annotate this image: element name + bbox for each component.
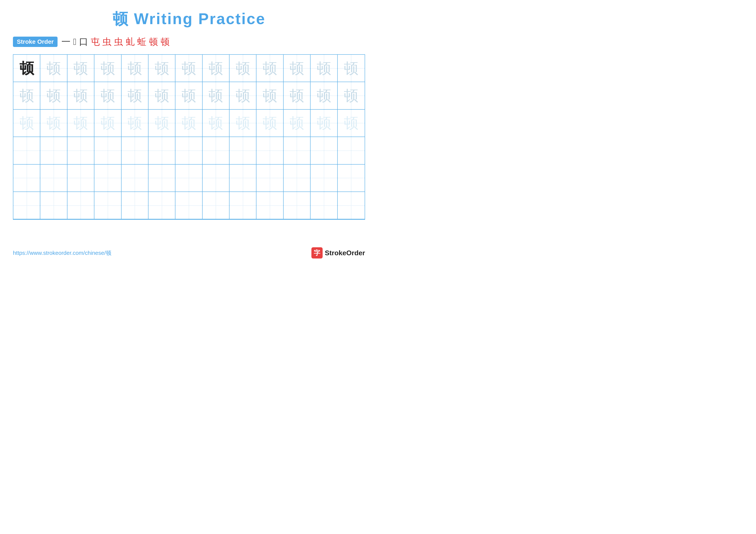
grid-cell-6-3[interactable] xyxy=(68,192,94,219)
stroke-step-6: 虫 xyxy=(114,36,123,48)
grid-cell-1-6: 顿 xyxy=(148,55,176,82)
grid-cell-4-2[interactable] xyxy=(40,137,67,164)
grid-cell-4-12[interactable] xyxy=(310,137,338,164)
grid-cell-3-4: 顿 xyxy=(94,110,121,137)
grid-cell-5-10[interactable] xyxy=(256,165,284,191)
grid-cell-3-13: 顿 xyxy=(338,110,364,137)
char-medium: 顿 xyxy=(46,61,61,76)
char-light: 顿 xyxy=(289,116,304,130)
grid-cell-1-12: 顿 xyxy=(310,55,338,82)
char-light: 顿 xyxy=(262,116,277,130)
grid-cell-2-9: 顿 xyxy=(230,82,256,109)
grid-cell-2-10: 顿 xyxy=(256,82,284,109)
char-medium: 顿 xyxy=(127,88,142,103)
stroke-step-1: 一 xyxy=(62,36,70,48)
grid-cell-3-1: 顿 xyxy=(14,110,40,137)
grid-cell-2-6: 顿 xyxy=(148,82,176,109)
grid-cell-4-1[interactable] xyxy=(14,137,40,164)
char-medium: 顿 xyxy=(235,61,250,76)
char-medium: 顿 xyxy=(289,88,304,103)
grid-cell-6-7[interactable] xyxy=(176,192,202,219)
char-light: 顿 xyxy=(100,116,115,130)
stroke-step-9: 顿 xyxy=(149,36,158,48)
char-medium: 顿 xyxy=(154,61,169,76)
grid-cell-5-5[interactable] xyxy=(122,165,148,191)
grid-cell-1-5: 顿 xyxy=(122,55,148,82)
grid-cell-5-3[interactable] xyxy=(68,165,94,191)
stroke-order-row: Stroke Order 一 𠃍 口 屯 虫 虫 虬 蚯 顿 顿 xyxy=(13,36,365,48)
grid-cell-6-12[interactable] xyxy=(310,192,338,219)
grid-cell-5-13[interactable] xyxy=(338,165,364,191)
grid-cell-6-10[interactable] xyxy=(256,192,284,219)
grid-cell-2-1: 顿 xyxy=(14,82,40,109)
char-light: 顿 xyxy=(235,116,250,130)
footer: https://www.strokeorder.com/chinese/顿 字 … xyxy=(13,247,365,259)
grid-cell-3-2: 顿 xyxy=(40,110,67,137)
practice-grid: 顿 顿 顿 顿 顿 顿 顿 顿 顿 顿 顿 顿 xyxy=(13,54,365,220)
grid-cell-4-7[interactable] xyxy=(176,137,202,164)
grid-cell-3-3: 顿 xyxy=(68,110,94,137)
grid-cell-2-13: 顿 xyxy=(338,82,364,109)
grid-cell-4-4[interactable] xyxy=(94,137,121,164)
grid-cell-1-13: 顿 xyxy=(338,55,364,82)
char-medium: 顿 xyxy=(235,88,250,103)
grid-cell-1-10: 顿 xyxy=(256,55,284,82)
footer-url[interactable]: https://www.strokeorder.com/chinese/顿 xyxy=(13,249,111,257)
char-medium: 顿 xyxy=(316,61,331,76)
grid-cell-1-2: 顿 xyxy=(40,55,67,82)
grid-cell-4-9[interactable] xyxy=(230,137,256,164)
grid-cell-3-6: 顿 xyxy=(148,110,176,137)
char-medium: 顿 xyxy=(100,88,115,103)
grid-cell-6-1[interactable] xyxy=(14,192,40,219)
char-light: 顿 xyxy=(208,116,223,130)
grid-cell-6-5[interactable] xyxy=(122,192,148,219)
char-medium: 顿 xyxy=(100,61,115,76)
stroke-step-7: 虬 xyxy=(126,36,135,48)
logo-text: StrokeOrder xyxy=(325,249,365,257)
grid-cell-5-2[interactable] xyxy=(40,165,67,191)
char-light: 顿 xyxy=(154,116,169,130)
grid-cell-6-11[interactable] xyxy=(284,192,310,219)
grid-cell-4-10[interactable] xyxy=(256,137,284,164)
grid-cell-3-12: 顿 xyxy=(310,110,338,137)
grid-cell-5-4[interactable] xyxy=(94,165,121,191)
grid-cell-5-1[interactable] xyxy=(14,165,40,191)
grid-cell-6-2[interactable] xyxy=(40,192,67,219)
grid-cell-4-13[interactable] xyxy=(338,137,364,164)
char-medium: 顿 xyxy=(262,88,277,103)
grid-cell-2-5: 顿 xyxy=(122,82,148,109)
grid-cell-5-9[interactable] xyxy=(230,165,256,191)
char-medium: 顿 xyxy=(262,61,277,76)
grid-cell-4-3[interactable] xyxy=(68,137,94,164)
grid-cell-6-13[interactable] xyxy=(338,192,364,219)
char-dark: 顿 xyxy=(19,61,34,76)
grid-cell-3-7: 顿 xyxy=(176,110,202,137)
char-light: 顿 xyxy=(344,116,358,130)
grid-cell-6-8[interactable] xyxy=(202,192,230,219)
grid-cell-6-4[interactable] xyxy=(94,192,121,219)
grid-cell-4-11[interactable] xyxy=(284,137,310,164)
char-medium: 顿 xyxy=(73,61,88,76)
grid-cell-5-8[interactable] xyxy=(202,165,230,191)
grid-cell-1-1: 顿 xyxy=(14,55,40,82)
grid-cell-6-9[interactable] xyxy=(230,192,256,219)
grid-cell-3-10: 顿 xyxy=(256,110,284,137)
grid-cell-1-9: 顿 xyxy=(230,55,256,82)
grid-cell-1-4: 顿 xyxy=(94,55,121,82)
grid-cell-3-5: 顿 xyxy=(122,110,148,137)
grid-cell-2-11: 顿 xyxy=(284,82,310,109)
char-medium: 顿 xyxy=(208,61,223,76)
grid-row-6 xyxy=(14,192,364,219)
grid-cell-4-8[interactable] xyxy=(202,137,230,164)
char-medium: 顿 xyxy=(46,88,61,103)
grid-cell-5-7[interactable] xyxy=(176,165,202,191)
grid-cell-5-11[interactable] xyxy=(284,165,310,191)
char-medium: 顿 xyxy=(181,88,196,103)
grid-cell-4-6[interactable] xyxy=(148,137,176,164)
grid-cell-5-12[interactable] xyxy=(310,165,338,191)
grid-cell-5-6[interactable] xyxy=(148,165,176,191)
grid-cell-6-6[interactable] xyxy=(148,192,176,219)
grid-row-1: 顿 顿 顿 顿 顿 顿 顿 顿 顿 顿 顿 顿 xyxy=(14,55,364,82)
grid-cell-1-11: 顿 xyxy=(284,55,310,82)
grid-cell-4-5[interactable] xyxy=(122,137,148,164)
